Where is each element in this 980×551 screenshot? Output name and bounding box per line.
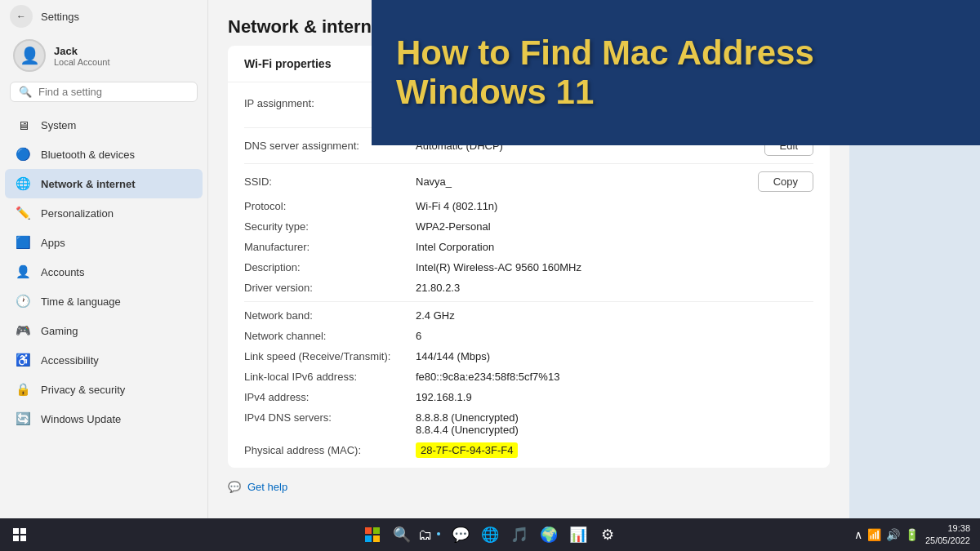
ssid-row: SSID: Navya_ Copy xyxy=(228,167,830,196)
wifi-tray-icon[interactable]: 📶 xyxy=(867,528,881,541)
sidebar-label-system: System xyxy=(41,119,76,131)
dns-value-1: 8.8.8.8 (Unencrypted) xyxy=(416,411,519,424)
taskbar: 🔍 🗂 💬 🌐 🎵 🌍 📊 ⚙ ∧ 📶 🔊 🔋 19:38 25/05/2022 xyxy=(0,518,980,551)
sidebar: ← Settings 👤 Jack Local Account 🔍 🖥 Syst… xyxy=(0,0,208,518)
ssid-label: SSID: xyxy=(244,176,416,188)
system-tray: ∧ 📶 🔊 🔋 xyxy=(854,528,919,541)
taskbar-music[interactable]: 🎵 xyxy=(506,522,532,548)
sidebar-item-update[interactable]: 🔄 Windows Update xyxy=(5,404,203,433)
description-row: Description: Intel(R) Wireless-AC 9560 1… xyxy=(228,257,830,278)
taskbar-app-1[interactable]: 📊 xyxy=(565,522,591,548)
ipv6-row: Link-local IPv6 address: fe80::9c8a:e234… xyxy=(228,367,830,387)
taskbar-chrome[interactable]: 🌍 xyxy=(536,522,562,548)
sidebar-item-personalization[interactable]: ✏️ Personalization xyxy=(5,198,203,228)
tray-chevron[interactable]: ∧ xyxy=(854,528,862,541)
search-bar[interactable]: 🔍 xyxy=(10,82,198,102)
clock[interactable]: 19:38 25/05/2022 xyxy=(925,522,970,548)
tutorial-line2: Windows 11 xyxy=(396,73,814,112)
system-icon: 🖥 xyxy=(15,117,31,133)
security-label: Security type: xyxy=(244,220,416,233)
sidebar-label-accessibility: Accessibility xyxy=(41,354,99,367)
tutorial-overlay: How to Find Mac Address Windows 11 xyxy=(372,0,980,145)
apps-icon: 🟦 xyxy=(15,234,31,251)
sidebar-item-system[interactable]: 🖥 System xyxy=(5,110,203,140)
mac-value: 28-7F-CF-94-3F-F4 xyxy=(416,444,813,456)
band-row: Network band: 2.4 GHz xyxy=(228,305,830,326)
get-help-link[interactable]: 💬 Get help xyxy=(208,468,849,506)
ipv4-dns-label: IPv4 DNS servers: xyxy=(244,411,416,424)
sidebar-item-network[interactable]: 🌐 Network & internet xyxy=(5,169,203,198)
sidebar-label-bluetooth: Bluetooth & devices xyxy=(41,149,135,161)
link-speed-label: Link speed (Receive/Transmit): xyxy=(244,350,416,362)
protocol-row: Protocol: Wi-Fi 4 (802.11n) xyxy=(228,196,830,216)
sidebar-label-accounts: Accounts xyxy=(41,266,84,278)
protocol-label: Protocol: xyxy=(244,200,416,212)
sidebar-item-accounts[interactable]: 👤 Accounts xyxy=(5,257,203,287)
search-input[interactable] xyxy=(38,86,189,98)
description-label: Description: xyxy=(244,261,416,273)
svg-rect-2 xyxy=(13,535,19,541)
update-icon: 🔄 xyxy=(15,411,31,427)
get-help-label: Get help xyxy=(247,481,287,493)
band-value: 2.4 GHz xyxy=(416,309,813,322)
taskbar-file-explorer[interactable]: 🗂 xyxy=(418,522,444,548)
sidebar-label-time: Time & language xyxy=(41,295,121,308)
band-label: Network band: xyxy=(244,309,416,322)
sidebar-item-time[interactable]: 🕐 Time & language xyxy=(5,287,203,316)
ipv4-dns-row: IPv4 DNS servers: 8.8.8.8 (Unencrypted) … xyxy=(228,407,830,440)
ipv4-value: 192.168.1.9 xyxy=(416,391,813,403)
back-icon: ← xyxy=(16,11,26,22)
protocol-value: Wi-Fi 4 (802.11n) xyxy=(416,200,813,212)
user-info: Jack Local Account xyxy=(54,45,110,67)
bluetooth-icon: 🔵 xyxy=(15,146,31,162)
driver-row: Driver version: 21.80.2.3 xyxy=(228,278,830,298)
sidebar-label-network: Network & internet xyxy=(41,178,136,190)
ipv6-label: Link-local IPv6 address: xyxy=(244,371,416,383)
taskbar-left xyxy=(0,522,33,548)
sidebar-item-apps[interactable]: 🟦 Apps xyxy=(5,228,203,257)
copy-button[interactable]: Copy xyxy=(758,171,813,192)
battery-tray-icon[interactable]: 🔋 xyxy=(905,528,919,541)
taskbar-edge[interactable]: 🌐 xyxy=(477,522,503,548)
volume-tray-icon[interactable]: 🔊 xyxy=(886,528,900,541)
user-profile[interactable]: 👤 Jack Local Account xyxy=(0,33,207,82)
network-icon: 🌐 xyxy=(15,176,31,192)
taskbar-search-button[interactable]: 🔍 xyxy=(389,522,415,548)
ipv4-row: IPv4 address: 192.168.1.9 xyxy=(228,387,830,407)
settings-title: Settings xyxy=(41,11,79,23)
user-name: Jack xyxy=(54,45,110,57)
ipv6-value: fe80::9c8a:e234:58f8:5cf7%13 xyxy=(416,371,813,383)
start-button[interactable] xyxy=(359,522,385,548)
security-value: WPA2-Personal xyxy=(416,220,813,233)
manufacturer-value: Intel Corporation xyxy=(416,241,813,253)
windows-logo xyxy=(365,527,380,542)
sidebar-label-gaming: Gaming xyxy=(41,325,78,337)
mac-row: Physical address (MAC): 28-7F-CF-94-3F-F… xyxy=(228,440,830,468)
manufacturer-row: Manufacturer: Intel Corporation xyxy=(228,237,830,257)
get-help-icon: 💬 xyxy=(228,481,241,493)
security-row: Security type: WPA2-Personal xyxy=(228,216,830,237)
personalization-icon: ✏️ xyxy=(15,205,31,221)
svg-rect-0 xyxy=(13,528,19,534)
taskbar-center: 🔍 🗂 💬 🌐 🎵 🌍 📊 ⚙ xyxy=(359,522,621,548)
show-desktop-button[interactable] xyxy=(7,522,33,548)
divider-3 xyxy=(244,301,813,302)
ipv4-label: IPv4 address: xyxy=(244,391,416,403)
back-button[interactable]: ← xyxy=(10,5,33,28)
taskbar-app-2[interactable]: ⚙ xyxy=(595,522,621,548)
sidebar-label-privacy: Privacy & security xyxy=(41,384,125,396)
mac-address: 28-7F-CF-94-3F-F4 xyxy=(416,442,518,458)
search-icon: 🔍 xyxy=(19,86,32,98)
sidebar-item-privacy[interactable]: 🔒 Privacy & security xyxy=(5,375,203,404)
sidebar-item-bluetooth[interactable]: 🔵 Bluetooth & devices xyxy=(5,140,203,169)
channel-label: Network channel: xyxy=(244,330,416,342)
settings-titlebar: ← Settings xyxy=(0,0,207,33)
sidebar-item-accessibility[interactable]: ♿ Accessibility xyxy=(5,345,203,375)
taskbar-chat[interactable]: 💬 xyxy=(448,522,474,548)
accounts-icon: 👤 xyxy=(15,264,31,280)
sidebar-item-gaming[interactable]: 🎮 Gaming xyxy=(5,316,203,345)
driver-value: 21.80.2.3 xyxy=(416,282,813,294)
dns-value-2: 8.8.4.4 (Unencrypted) xyxy=(416,424,519,436)
link-speed-row: Link speed (Receive/Transmit): 144/144 (… xyxy=(228,346,830,367)
privacy-icon: 🔒 xyxy=(15,381,31,398)
